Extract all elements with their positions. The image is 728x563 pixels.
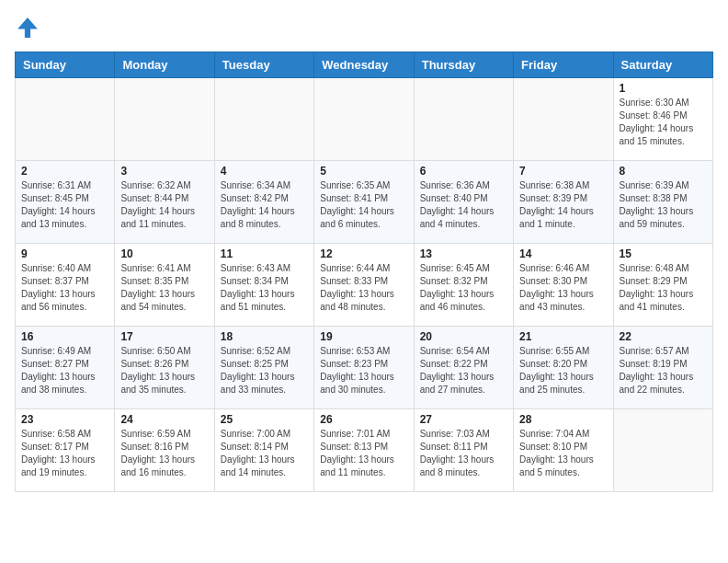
calendar-cell: 7Sunrise: 6:38 AM Sunset: 8:39 PM Daylig… [514,161,613,244]
day-info: Sunrise: 6:53 AM Sunset: 8:23 PM Dayligh… [320,345,407,396]
day-number: 21 [519,330,607,343]
calendar-cell [314,78,414,161]
day-number: 10 [120,247,208,260]
day-number: 19 [320,330,407,343]
day-number: 6 [420,165,507,178]
day-info: Sunrise: 6:52 AM Sunset: 8:25 PM Dayligh… [221,345,308,396]
calendar-cell: 18Sunrise: 6:52 AM Sunset: 8:25 PM Dayli… [214,327,313,409]
calendar-cell: 27Sunrise: 7:03 AM Sunset: 8:11 PM Dayli… [414,409,513,492]
logo [15,15,44,40]
calendar-cell: 1Sunrise: 6:30 AM Sunset: 8:46 PM Daylig… [613,78,712,161]
day-info: Sunrise: 6:54 AM Sunset: 8:22 PM Dayligh… [420,345,507,396]
calendar-cell: 5Sunrise: 6:35 AM Sunset: 8:41 PM Daylig… [314,161,414,244]
day-number: 20 [420,330,507,343]
day-number: 16 [21,330,108,343]
calendar-cell: 8Sunrise: 6:39 AM Sunset: 8:38 PM Daylig… [613,161,712,244]
day-number: 11 [221,247,308,260]
calendar-cell: 23Sunrise: 6:58 AM Sunset: 8:17 PM Dayli… [16,409,115,492]
day-info: Sunrise: 6:49 AM Sunset: 8:27 PM Dayligh… [21,345,108,396]
day-info: Sunrise: 6:40 AM Sunset: 8:37 PM Dayligh… [21,262,108,314]
calendar-header-row: Sunday Monday Tuesday Wednesday Thursday… [16,52,713,78]
day-number: 22 [620,330,707,343]
day-number: 4 [221,165,308,178]
day-number: 24 [120,413,208,426]
day-info: Sunrise: 6:48 AM Sunset: 8:29 PM Dayligh… [620,262,707,314]
day-info: Sunrise: 6:59 AM Sunset: 8:16 PM Dayligh… [120,428,208,479]
day-info: Sunrise: 6:30 AM Sunset: 8:46 PM Dayligh… [620,97,707,148]
header-friday: Friday [514,52,613,78]
calendar-cell: 10Sunrise: 6:41 AM Sunset: 8:35 PM Dayli… [115,244,214,327]
day-info: Sunrise: 6:35 AM Sunset: 8:41 PM Dayligh… [320,179,407,231]
day-info: Sunrise: 6:38 AM Sunset: 8:39 PM Dayligh… [519,179,607,231]
header-wednesday: Wednesday [314,52,414,78]
day-info: Sunrise: 6:44 AM Sunset: 8:33 PM Dayligh… [320,262,407,314]
calendar-cell: 19Sunrise: 6:53 AM Sunset: 8:23 PM Dayli… [314,327,414,409]
day-info: Sunrise: 6:55 AM Sunset: 8:20 PM Dayligh… [519,345,607,396]
calendar-cell: 16Sunrise: 6:49 AM Sunset: 8:27 PM Dayli… [16,327,115,409]
day-number: 12 [320,247,407,260]
day-info: Sunrise: 6:41 AM Sunset: 8:35 PM Dayligh… [120,262,208,314]
calendar-cell [514,78,613,161]
day-number: 2 [21,165,108,178]
day-number: 9 [21,247,108,260]
calendar-cell: 3Sunrise: 6:32 AM Sunset: 8:44 PM Daylig… [115,161,214,244]
calendar-table: Sunday Monday Tuesday Wednesday Thursday… [15,52,713,492]
day-number: 13 [420,247,507,260]
calendar-cell: 6Sunrise: 6:36 AM Sunset: 8:40 PM Daylig… [414,161,513,244]
calendar-cell: 24Sunrise: 6:59 AM Sunset: 8:16 PM Dayli… [115,409,214,492]
day-number: 17 [120,330,208,343]
calendar-cell: 4Sunrise: 6:34 AM Sunset: 8:42 PM Daylig… [214,161,313,244]
day-number: 14 [519,247,607,260]
day-number: 28 [519,413,607,426]
day-number: 1 [620,82,707,95]
calendar-cell [214,78,313,161]
day-number: 3 [120,165,208,178]
header-saturday: Saturday [613,52,712,78]
calendar-week-1: 1Sunrise: 6:30 AM Sunset: 8:46 PM Daylig… [16,78,713,161]
header-thursday: Thursday [414,52,513,78]
day-number: 7 [519,165,607,178]
day-info: Sunrise: 6:36 AM Sunset: 8:40 PM Dayligh… [420,179,507,231]
day-number: 5 [320,165,407,178]
calendar-cell [115,78,214,161]
header-sunday: Sunday [16,52,115,78]
day-info: Sunrise: 6:39 AM Sunset: 8:38 PM Dayligh… [620,179,707,231]
day-number: 15 [620,247,707,260]
calendar-week-4: 16Sunrise: 6:49 AM Sunset: 8:27 PM Dayli… [16,327,713,409]
calendar-cell: 28Sunrise: 7:04 AM Sunset: 8:10 PM Dayli… [514,409,613,492]
day-number: 26 [320,413,407,426]
calendar-cell: 17Sunrise: 6:50 AM Sunset: 8:26 PM Dayli… [115,327,214,409]
day-info: Sunrise: 7:04 AM Sunset: 8:10 PM Dayligh… [519,428,607,479]
day-info: Sunrise: 7:01 AM Sunset: 8:13 PM Dayligh… [320,428,407,479]
day-number: 25 [221,413,308,426]
header-tuesday: Tuesday [214,52,313,78]
day-info: Sunrise: 6:43 AM Sunset: 8:34 PM Dayligh… [221,262,308,314]
day-info: Sunrise: 6:31 AM Sunset: 8:45 PM Dayligh… [21,179,108,231]
calendar-cell [16,78,115,161]
calendar-cell: 20Sunrise: 6:54 AM Sunset: 8:22 PM Dayli… [414,327,513,409]
calendar-cell: 21Sunrise: 6:55 AM Sunset: 8:20 PM Dayli… [514,327,613,409]
day-number: 8 [620,165,707,178]
day-info: Sunrise: 7:03 AM Sunset: 8:11 PM Dayligh… [420,428,507,479]
day-info: Sunrise: 6:34 AM Sunset: 8:42 PM Dayligh… [221,179,308,231]
logo-icon [15,15,40,40]
header-monday: Monday [115,52,214,78]
calendar-week-3: 9Sunrise: 6:40 AM Sunset: 8:37 PM Daylig… [16,244,713,327]
calendar-cell: 15Sunrise: 6:48 AM Sunset: 8:29 PM Dayli… [613,244,712,327]
calendar-cell: 12Sunrise: 6:44 AM Sunset: 8:33 PM Dayli… [314,244,414,327]
calendar-week-2: 2Sunrise: 6:31 AM Sunset: 8:45 PM Daylig… [16,161,713,244]
calendar-cell: 2Sunrise: 6:31 AM Sunset: 8:45 PM Daylig… [16,161,115,244]
day-info: Sunrise: 7:00 AM Sunset: 8:14 PM Dayligh… [221,428,308,479]
calendar-cell: 26Sunrise: 7:01 AM Sunset: 8:13 PM Dayli… [314,409,414,492]
day-number: 18 [221,330,308,343]
calendar-cell: 14Sunrise: 6:46 AM Sunset: 8:30 PM Dayli… [514,244,613,327]
calendar-week-5: 23Sunrise: 6:58 AM Sunset: 8:17 PM Dayli… [16,409,713,492]
calendar-cell [414,78,513,161]
day-info: Sunrise: 6:50 AM Sunset: 8:26 PM Dayligh… [120,345,208,396]
day-info: Sunrise: 6:45 AM Sunset: 8:32 PM Dayligh… [420,262,507,314]
calendar-cell [613,409,712,492]
day-info: Sunrise: 6:46 AM Sunset: 8:30 PM Dayligh… [519,262,607,314]
calendar-cell: 25Sunrise: 7:00 AM Sunset: 8:14 PM Dayli… [214,409,313,492]
calendar-cell: 11Sunrise: 6:43 AM Sunset: 8:34 PM Dayli… [214,244,313,327]
day-info: Sunrise: 6:57 AM Sunset: 8:19 PM Dayligh… [620,345,707,396]
